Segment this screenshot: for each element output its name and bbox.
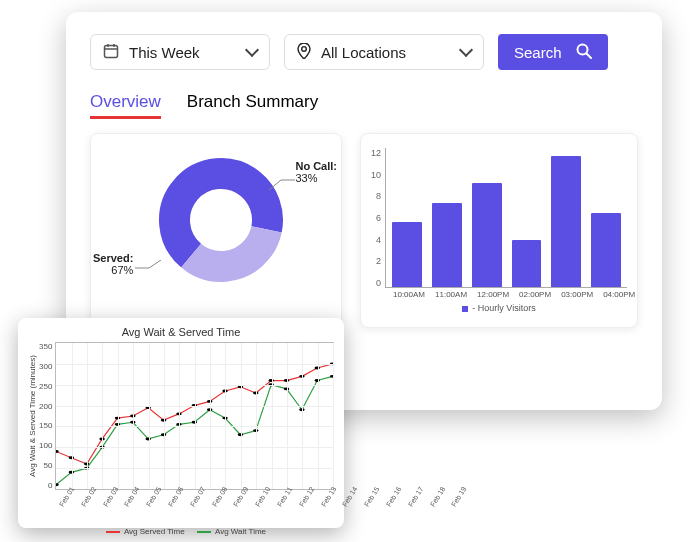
chevron-down-icon	[245, 43, 259, 57]
bar	[551, 156, 581, 287]
nocall-label: No Call: 33%	[295, 160, 337, 184]
bar-legend: - Hourly Visitors	[371, 303, 627, 313]
line-y-axis: 350300250200150100500	[37, 342, 55, 490]
chevron-down-icon	[459, 43, 473, 57]
callout-line	[269, 178, 297, 192]
location-select[interactable]: All Locations	[284, 34, 484, 70]
bar	[472, 183, 502, 287]
bar-y-axis: 121086420	[371, 148, 385, 288]
svg-line-5	[586, 53, 591, 58]
served-label: Served: 67%	[93, 252, 133, 276]
bar-x-axis: 10:00AM11:00AM12:00PM02:00PM03:00PM04:00…	[371, 288, 627, 299]
location-value: All Locations	[321, 44, 451, 61]
tab-branch-summary[interactable]: Branch Summary	[187, 92, 318, 119]
line-x-axis: Feb 01Feb 02Feb 03Feb 04Feb 05Feb 06Feb …	[28, 490, 334, 511]
panels-row: Served: 67% No Call: 33% 121086420 10:00…	[90, 133, 638, 328]
pin-icon	[297, 43, 311, 62]
line-y-label: Avg Wait & Served Time (minutes)	[28, 342, 37, 490]
bar	[591, 213, 621, 287]
bar	[512, 240, 542, 287]
donut	[159, 158, 283, 282]
calendar-icon	[103, 43, 119, 62]
search-button[interactable]: Search	[498, 34, 608, 70]
search-button-label: Search	[514, 44, 562, 61]
date-range-select[interactable]: This Week	[90, 34, 270, 70]
filter-bar: This Week All Locations Search	[90, 34, 638, 70]
bar	[432, 203, 462, 287]
callout-line	[135, 260, 163, 274]
bar	[392, 222, 422, 287]
line-legend: Avg Served Time Avg Wait Time	[28, 527, 334, 536]
svg-point-27	[56, 483, 59, 486]
line-plot	[55, 342, 334, 490]
tabs: Overview Branch Summary	[90, 92, 638, 119]
bar-plot	[385, 148, 627, 288]
hourly-visitors-chart: 121086420 10:00AM11:00AM12:00PM02:00PM03…	[360, 133, 638, 328]
avg-wait-served-chart: Avg Wait & Served Time Avg Wait & Served…	[18, 318, 344, 528]
search-icon	[576, 43, 592, 62]
line-chart-title: Avg Wait & Served Time	[28, 326, 334, 342]
svg-rect-0	[105, 45, 118, 57]
date-range-value: This Week	[129, 44, 237, 61]
call-share-chart: Served: 67% No Call: 33%	[90, 133, 342, 328]
tab-overview[interactable]: Overview	[90, 92, 161, 119]
